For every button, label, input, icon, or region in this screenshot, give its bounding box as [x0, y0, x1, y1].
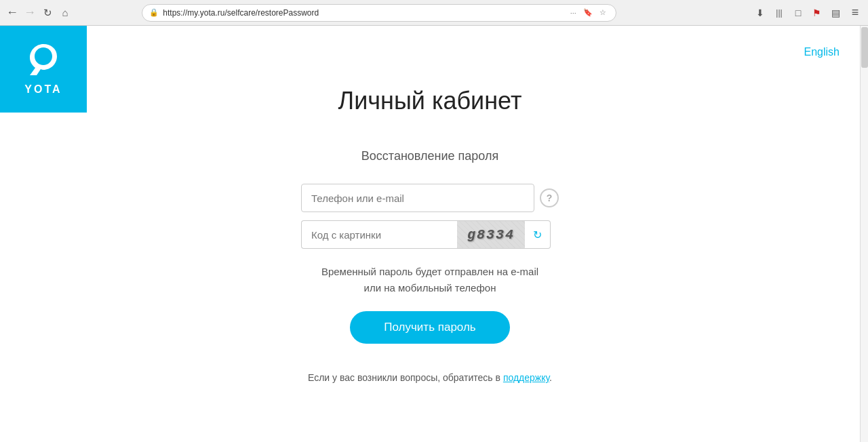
- lock-icon: 🔒: [149, 8, 159, 17]
- captcha-row: g8334 ↻: [301, 220, 559, 249]
- form-container: ? g8334 ↻ Временный пароль будет отправл…: [294, 184, 566, 383]
- captcha-input[interactable]: [301, 220, 457, 249]
- submit-button[interactable]: Получить пароль: [350, 311, 509, 344]
- toolbar-right: ⬇ ||| □ ⚑ ▤ ≡: [753, 5, 863, 20]
- help-button[interactable]: ?: [540, 188, 559, 207]
- scrollbar-thumb[interactable]: [861, 27, 868, 68]
- pocket-toolbar-button[interactable]: □: [791, 5, 806, 20]
- yota-symbol: [26, 43, 60, 81]
- info-line2: или на мобильный телефон: [321, 280, 538, 296]
- support-link[interactable]: поддержку: [503, 372, 549, 383]
- browser-chrome: ← → ↻ ⌂ 🔒 https://my.yota.ru/selfcare/re…: [0, 0, 868, 26]
- library-button[interactable]: |||: [772, 5, 787, 20]
- flag-button[interactable]: ⚑: [810, 5, 825, 20]
- reload-button[interactable]: ↻: [41, 6, 54, 20]
- main-container: Личный кабинет Восстановление пароля ? g…: [0, 26, 860, 383]
- yota-logo: YOTA: [0, 26, 87, 113]
- address-actions: ··· 🔖 ☆: [567, 7, 609, 19]
- support-text: Если у вас возникли вопросы, обратитесь …: [308, 372, 552, 383]
- info-line1: Временный пароль будет отправлен на e-ma…: [321, 264, 538, 280]
- support-suffix: .: [549, 372, 552, 383]
- home-button[interactable]: ⌂: [58, 6, 72, 20]
- scrollbar[interactable]: [860, 26, 868, 442]
- address-bar[interactable]: 🔒 https://my.yota.ru/selfcare/restorePas…: [142, 4, 616, 22]
- page-content: YOTA English Личный кабинет Восстановлен…: [0, 26, 860, 442]
- page-subtitle: Восстановление пароля: [361, 149, 498, 163]
- menu-button[interactable]: ≡: [848, 5, 863, 20]
- forward-button[interactable]: →: [23, 6, 37, 20]
- download-button[interactable]: ⬇: [753, 5, 768, 20]
- captcha-refresh-button[interactable]: ↻: [525, 220, 551, 249]
- phone-input-row: ?: [301, 184, 559, 212]
- phone-input[interactable]: [301, 184, 534, 212]
- captcha-text: g8334: [467, 227, 515, 243]
- reader-button[interactable]: ▤: [829, 5, 844, 20]
- info-text: Временный пароль будет отправлен на e-ma…: [321, 264, 538, 296]
- back-button[interactable]: ←: [5, 6, 19, 20]
- language-link[interactable]: English: [804, 46, 840, 58]
- address-dots-button[interactable]: ···: [567, 7, 579, 19]
- star-button[interactable]: ☆: [597, 7, 609, 19]
- page-title: Личный кабинет: [338, 87, 522, 115]
- pocket-button[interactable]: 🔖: [582, 7, 594, 19]
- url-text: https://my.yota.ru/selfcare/restorePassw…: [163, 8, 319, 18]
- support-prefix: Если у вас возникли вопросы, обратитесь …: [308, 372, 503, 383]
- yota-text: YOTA: [24, 83, 62, 96]
- captcha-image: g8334: [457, 220, 525, 249]
